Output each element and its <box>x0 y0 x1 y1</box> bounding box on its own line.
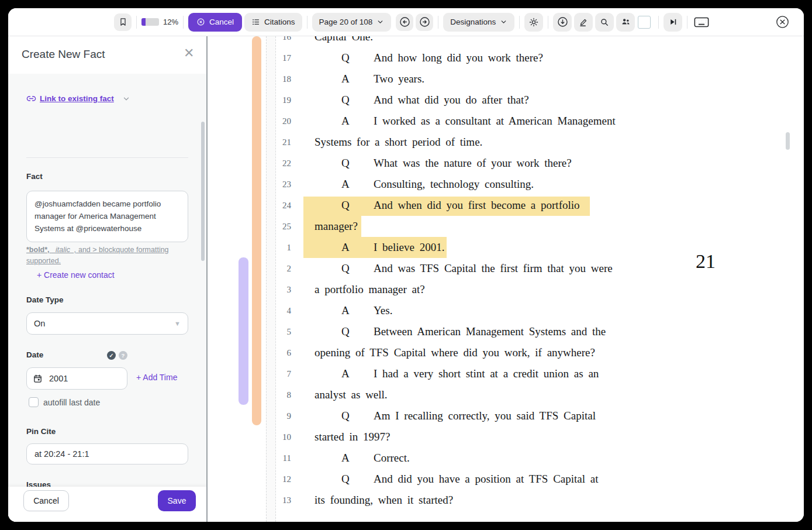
transcript-text: manager? <box>315 220 358 232</box>
date-field[interactable] <box>26 367 127 390</box>
transcript-line[interactable]: 12QAnd did you have a position at TFS Ca… <box>208 469 804 490</box>
toolbar-separator <box>438 16 438 29</box>
next-page-button[interactable] <box>416 13 433 31</box>
line-content: AI worked as a consultant at American Ma… <box>315 111 798 132</box>
fact-textarea[interactable]: @joshuamcfadden became portfolio manager… <box>26 191 188 242</box>
line-number: 3 <box>208 279 291 300</box>
transcript-line[interactable]: 9QAm I recalling correctly, you said TFS… <box>208 405 804 426</box>
transcript-line[interactable]: 20AI worked as a consultant at American … <box>208 111 804 132</box>
transcript-line[interactable]: 3a portfolio manager at? <box>208 279 804 300</box>
qa-marker: Q <box>341 153 350 174</box>
line-number: 9 <box>208 405 291 426</box>
fact-label: Fact <box>26 172 43 181</box>
transcript-line[interactable]: 13its founding, when it started? <box>208 490 804 511</box>
bookmark-button[interactable] <box>114 13 132 31</box>
qa-marker: Q <box>341 405 350 426</box>
italic-token: _italic_, <box>51 246 76 254</box>
pin-cite-input[interactable] <box>26 443 188 464</box>
panel-actions: Cancel Save <box>8 487 207 522</box>
citations-button[interactable]: Citations <box>244 13 302 32</box>
annotate-button[interactable] <box>574 13 593 32</box>
transcript-line[interactable]: 24QAnd when did you first become a portf… <box>208 195 804 216</box>
line-number: 20 <box>208 111 291 132</box>
date-input[interactable] <box>48 373 103 384</box>
qa-marker: A <box>341 363 350 384</box>
keyboard-icon <box>694 16 709 28</box>
link-to-existing-fact[interactable]: Link to existing fact <box>26 94 130 104</box>
transcript-line[interactable]: 16Capital One. <box>208 36 804 47</box>
download-button[interactable] <box>553 13 572 32</box>
line-number: 4 <box>208 300 291 321</box>
settings-button[interactable] <box>524 13 543 32</box>
arrow-right-circle-icon <box>419 16 431 28</box>
autofill-checkbox[interactable] <box>29 397 39 407</box>
cancel-button[interactable]: Cancel <box>23 490 69 511</box>
panel-resize-divider[interactable] <box>206 36 208 522</box>
keyboard-shortcuts-button[interactable] <box>692 13 711 32</box>
line-content: QAnd did you have a position at TFS Capi… <box>315 469 798 490</box>
qa-marker: A <box>341 111 350 132</box>
formatting-note: *bold*, _italic_, and > blockquote forma… <box>26 245 185 267</box>
line-number: 12 <box>208 469 291 490</box>
transcript-line[interactable]: 7AI had a very short stint at a credit u… <box>208 363 804 384</box>
panel-scrollbar-thumb[interactable] <box>201 122 205 261</box>
transcript-text: Systems for a short period of time. <box>315 136 482 148</box>
transcript-line[interactable]: 22QWhat was the nature of your work ther… <box>208 153 804 174</box>
qa-marker: Q <box>341 321 350 342</box>
chevron-down-icon[interactable] <box>122 95 130 103</box>
line-content: a portfolio manager at? <box>315 279 798 300</box>
transcript-line[interactable]: 18ATwo years. <box>208 68 804 90</box>
page-selector-label: Page 20 of 108 <box>319 18 373 26</box>
line-number: 10 <box>208 426 291 448</box>
transcript-line[interactable]: 4AYes. <box>208 300 804 321</box>
transcript-line[interactable]: 8analyst as well. <box>208 384 804 405</box>
line-number: 22 <box>208 153 291 174</box>
transcript-line[interactable]: 11ACorrect. <box>208 448 804 469</box>
transcript-text: I worked as a consultant at American Man… <box>374 115 616 127</box>
cancel-button[interactable]: Cancel <box>188 13 242 32</box>
line-number: 5 <box>208 321 291 342</box>
transcript-line[interactable]: 1AI believe 2001. <box>208 237 804 258</box>
toolbar-separator <box>548 16 548 29</box>
speakers-button[interactable] <box>616 13 635 32</box>
review-progress: 12% <box>141 18 178 26</box>
highlight-color-swatch[interactable] <box>638 16 651 29</box>
transcript-line[interactable]: 21Systems for a short period of time. <box>208 132 804 153</box>
line-number: 25 <box>208 216 291 237</box>
date-type-select[interactable]: On ▼ <box>26 312 188 335</box>
transcript-line[interactable]: 19QAnd what did you do after that? <box>208 90 804 111</box>
transcript-line[interactable]: 2QAnd was TFS Capital the first firm tha… <box>208 258 804 279</box>
transcript-line[interactable]: 10started in 1997? <box>208 426 804 448</box>
cancel-circle-icon <box>196 18 205 26</box>
prev-page-button[interactable] <box>396 13 413 31</box>
toolbar-separator <box>658 16 659 29</box>
toolbar-separator <box>183 16 184 29</box>
skip-to-end-button[interactable] <box>664 13 682 32</box>
link-icon <box>26 94 36 104</box>
transcript-text: And was TFS Capital the first firm that … <box>374 262 613 274</box>
designations-dropdown[interactable]: Designations <box>443 13 514 32</box>
search-button[interactable] <box>595 13 614 32</box>
transcript-line[interactable]: 5QBetween American Management Systems an… <box>208 321 804 342</box>
transcript-text: Am I recalling correctly, you said TFS C… <box>374 409 596 422</box>
transcript-line[interactable]: 25manager? <box>208 216 804 237</box>
citations-label: Citations <box>264 18 295 26</box>
create-new-contact-link[interactable]: + Create new contact <box>37 270 115 280</box>
save-button[interactable]: Save <box>158 490 196 511</box>
transcript-line[interactable]: 6opening of TFS Capital where did you wo… <box>208 342 804 363</box>
help-circle-icon[interactable]: ? <box>119 351 127 360</box>
transcript-line[interactable]: 17QAnd how long did you work there? <box>208 47 804 68</box>
chevron-down-icon <box>376 18 384 26</box>
toolbar-separator <box>136 16 137 29</box>
close-icon[interactable]: ✕ <box>184 47 194 60</box>
citations-icon <box>251 18 260 26</box>
qa-marker: A <box>341 237 350 258</box>
close-viewer-button[interactable] <box>775 15 790 29</box>
transcript-text: And did you have a position at TFS Capit… <box>374 473 598 485</box>
line-content: AI believe 2001. <box>315 237 798 258</box>
transcript-line[interactable]: 23AConsulting, technology consulting. <box>208 174 804 195</box>
bookmark-icon <box>118 17 128 27</box>
search-icon <box>599 17 610 27</box>
add-time-link[interactable]: + Add Time <box>136 373 177 382</box>
page-selector[interactable]: Page 20 of 108 <box>312 13 392 32</box>
